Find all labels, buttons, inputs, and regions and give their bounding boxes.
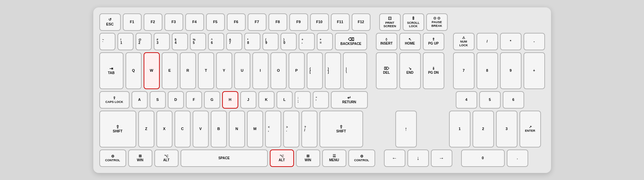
key-f9[interactable]: F9 <box>289 13 308 31</box>
key-num-5[interactable]: 5 <box>479 91 501 109</box>
key-home[interactable]: ↖ HOME <box>399 33 421 50</box>
key-i[interactable]: I <box>252 52 268 89</box>
key-n[interactable]: N <box>229 111 245 147</box>
key-4[interactable]: $ 4 <box>172 33 188 50</box>
key-ralt[interactable]: ⌥ ALT <box>270 149 294 167</box>
key-0[interactable]: ) 0 <box>281 33 297 50</box>
key-num-slash[interactable]: / <box>477 33 498 50</box>
key-arrow-right[interactable]: → <box>431 149 452 167</box>
key-tab[interactable]: ⇥ TAB <box>99 52 123 89</box>
key-pause-break[interactable]: ⊙ ⊙ PAUSE BREAK <box>426 13 448 31</box>
key-h[interactable]: H <box>222 91 238 109</box>
key-numlock[interactable]: ⚠ NUM LOCK <box>453 33 475 50</box>
key-f12[interactable]: F12 <box>352 13 370 31</box>
key-num-2[interactable]: 2 <box>473 111 494 147</box>
key-arrow-up[interactable]: ↑ <box>395 111 417 147</box>
key-s[interactable]: S <box>150 91 166 109</box>
key-c[interactable]: C <box>175 111 191 147</box>
key-z[interactable]: Z <box>138 111 154 147</box>
key-menu[interactable]: ☰ MENU <box>322 149 346 167</box>
key-num-plus[interactable]: + <box>524 52 545 89</box>
key-rshift[interactable]: ⇧ SHIFT <box>319 111 363 147</box>
key-o[interactable]: O <box>270 52 287 89</box>
key-num-0[interactable]: 0 <box>461 149 505 167</box>
key-return[interactable]: ↵ RETURN <box>331 91 368 109</box>
key-quote[interactable]: " ' <box>313 91 329 109</box>
key-num-minus[interactable]: - <box>524 33 545 50</box>
key-num-3[interactable]: 3 <box>496 111 517 147</box>
key-w[interactable]: W <box>144 52 160 89</box>
key-pgup[interactable]: ⇑ PG UP <box>423 33 444 50</box>
key-lwin[interactable]: ⊞ WIN <box>128 149 152 167</box>
key-f[interactable]: F <box>186 91 202 109</box>
key-delete[interactable]: ⌦ DEL <box>376 52 397 89</box>
key-f3[interactable]: F3 <box>164 13 183 31</box>
key-print-screen[interactable]: ⊡ PRINT SCREEN <box>379 13 401 31</box>
key-a[interactable]: A <box>132 91 148 109</box>
key-slash[interactable]: ? / <box>301 111 317 147</box>
key-scroll-lock[interactable]: ⇕ SCROLL LOCK <box>403 13 424 31</box>
key-5[interactable]: % 5 <box>190 33 206 50</box>
key-j[interactable]: J <box>240 91 256 109</box>
key-3[interactable]: # 3 <box>154 33 170 50</box>
key-8[interactable]: * 8 <box>244 33 260 50</box>
key-f7[interactable]: F7 <box>248 13 266 31</box>
key-period[interactable]: > . <box>283 111 299 147</box>
key-r[interactable]: R <box>180 52 196 89</box>
key-num-dot[interactable]: . <box>507 149 528 167</box>
key-7[interactable]: & 7 <box>226 33 242 50</box>
key-lshift[interactable]: ⇧ SHIFT <box>99 111 136 147</box>
key-2[interactable]: @ 2 <box>136 33 152 50</box>
key-l[interactable]: L <box>277 91 293 109</box>
key-minus[interactable]: + - <box>299 33 315 50</box>
key-rwin[interactable]: ⊞ WIN <box>296 149 320 167</box>
key-f4[interactable]: F4 <box>185 13 204 31</box>
key-f11[interactable]: F11 <box>331 13 350 31</box>
key-end[interactable]: ↘ END <box>399 52 421 89</box>
key-insert[interactable]: ⎀ INSERT <box>376 33 397 50</box>
key-u[interactable]: U <box>234 52 250 89</box>
key-backslash[interactable]: | \ <box>343 52 367 89</box>
key-rctrl[interactable]: ⚙ CONTROL <box>348 149 375 167</box>
key-backspace[interactable]: ⌫ BACKSPACE <box>335 33 367 50</box>
key-1[interactable]: ! 1 <box>117 33 134 50</box>
key-lbracket[interactable]: { [ <box>307 52 323 89</box>
key-v[interactable]: V <box>193 111 209 147</box>
key-arrow-left[interactable]: ← <box>384 149 405 167</box>
key-p[interactable]: P <box>289 52 305 89</box>
key-comma[interactable]: < , <box>265 111 281 147</box>
key-equals[interactable]: + = <box>317 33 333 50</box>
key-6[interactable]: ^ 6 <box>208 33 224 50</box>
key-b[interactable]: B <box>211 111 227 147</box>
key-t[interactable]: T <box>198 52 214 89</box>
key-capslock[interactable]: ⇪ CAPS LOCK <box>99 91 130 109</box>
key-e[interactable]: E <box>162 52 178 89</box>
key-num-1[interactable]: 1 <box>449 111 470 147</box>
key-f5[interactable]: F5 <box>206 13 225 31</box>
key-num-6[interactable]: 6 <box>503 91 524 109</box>
key-k[interactable]: K <box>258 91 275 109</box>
key-f8[interactable]: F8 <box>268 13 287 31</box>
key-f6[interactable]: F6 <box>227 13 246 31</box>
key-arrow-down[interactable]: ↓ <box>407 149 429 167</box>
key-pgdn[interactable]: ⇓ PG DN <box>423 52 444 89</box>
key-num-asterisk[interactable]: * <box>500 33 522 50</box>
key-y[interactable]: Y <box>216 52 232 89</box>
key-f1[interactable]: F1 <box>123 13 142 31</box>
key-lalt[interactable]: ⌥ ALT <box>154 149 179 167</box>
key-num-8[interactable]: 8 <box>477 52 498 89</box>
key-f2[interactable]: F2 <box>144 13 162 31</box>
key-f10[interactable]: F10 <box>310 13 329 31</box>
key-semicolon[interactable]: : ; <box>295 91 311 109</box>
key-9[interactable]: ( 9 <box>262 33 279 50</box>
key-lctrl[interactable]: ⚙ CONTROL <box>99 149 126 167</box>
key-m[interactable]: M <box>247 111 263 147</box>
key-q[interactable]: Q <box>126 52 142 89</box>
key-g[interactable]: G <box>204 91 220 109</box>
key-esc[interactable]: ↺ ESC <box>99 13 121 31</box>
key-d[interactable]: D <box>168 91 184 109</box>
key-x[interactable]: X <box>156 111 172 147</box>
key-num-7[interactable]: 7 <box>453 52 475 89</box>
key-num-4[interactable]: 4 <box>456 91 477 109</box>
key-num-enter[interactable]: ↗ ENTER <box>519 111 541 147</box>
